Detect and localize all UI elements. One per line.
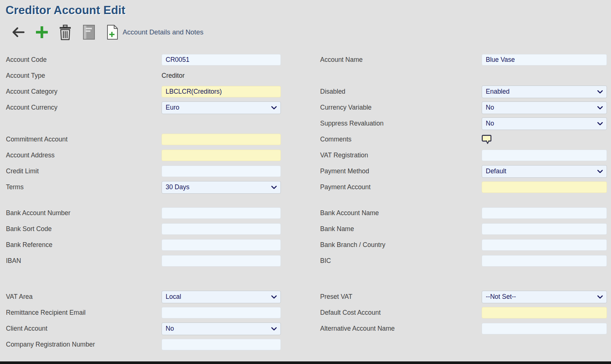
bank-branch-country-label: Bank Branch / Country [281, 241, 482, 249]
iban-label: IBAN [0, 257, 162, 265]
account-category-input[interactable] [162, 86, 281, 97]
currency-variable-select-value: No [486, 104, 494, 111]
account-currency-label: Account Currency [0, 104, 162, 111]
form-row: Account Category Disabled Enabled [0, 84, 611, 100]
default-cost-account-label: Default Cost Account [281, 309, 482, 317]
form-row: Remittance Recipient Email Default Cost … [0, 305, 611, 321]
form-row: Account Code Account Name [0, 52, 611, 68]
terms-select[interactable]: 30 Days [162, 181, 281, 194]
back-arrow-icon [12, 27, 25, 38]
remittance-recipient-email-input[interactable] [162, 307, 281, 318]
company-registration-number-label: Company Registration Number [0, 341, 162, 348]
preset-vat-select-value: --Not Set-- [486, 293, 516, 301]
form-row: Commitment Account Comments [0, 131, 611, 147]
vat-registration-input[interactable] [482, 150, 607, 161]
bank-branch-country-input[interactable] [482, 239, 607, 251]
form-row: Client Account No Alternative Account Na… [0, 321, 611, 337]
form-row: Bank Sort Code Bank Name [0, 221, 611, 237]
add-note-page-icon [106, 24, 119, 40]
bic-input[interactable] [482, 255, 607, 267]
payment-method-select-value: Default [486, 167, 506, 175]
credit-limit-label: Credit Limit [0, 167, 162, 175]
comments-label: Comments [281, 136, 482, 143]
remittance-recipient-email-label: Remittance Recipient Email [0, 309, 162, 317]
bank-sort-code-label: Bank Sort Code [0, 225, 162, 233]
chevron-down-icon [271, 295, 277, 298]
payment-method-select[interactable]: Default [482, 165, 607, 178]
client-account-select-value: No [166, 325, 174, 333]
form-row: Account Currency Euro Currency Variable … [0, 100, 611, 116]
chevron-down-icon [271, 327, 277, 330]
account-details-notes-label: Account Details and Notes [123, 28, 203, 36]
bank-reference-input[interactable] [162, 239, 281, 251]
bank-sort-code-input[interactable] [162, 223, 281, 235]
form-row: Bank Account Number Bank Account Name [0, 205, 611, 221]
chevron-down-icon [597, 295, 603, 298]
vat-registration-label: VAT Registration [281, 151, 482, 159]
add-plus-icon [35, 26, 49, 39]
client-account-select[interactable]: No [162, 323, 281, 335]
delete-button[interactable] [59, 24, 72, 40]
bottom-edge-bar [0, 361, 611, 364]
add-button[interactable] [35, 26, 49, 39]
bank-account-name-input[interactable] [482, 207, 607, 219]
account-details-notes-button[interactable]: Account Details and Notes [106, 24, 203, 40]
payment-method-label: Payment Method [281, 167, 482, 175]
report-document-icon [82, 24, 96, 40]
account-code-input[interactable] [162, 54, 281, 66]
disabled-label: Disabled [281, 88, 482, 96]
chevron-down-icon [597, 90, 603, 93]
suppress-revaluation-select[interactable]: No [482, 117, 607, 130]
commitment-account-input[interactable] [162, 134, 281, 145]
bank-name-input[interactable] [482, 223, 607, 235]
alternative-account-name-input[interactable] [482, 323, 607, 334]
form-row: Account Type Creditor [0, 68, 611, 84]
currency-variable-label: Currency Variable [281, 104, 482, 111]
vat-area-select[interactable]: Local [162, 291, 281, 303]
report-button[interactable] [82, 24, 96, 40]
account-address-label: Account Address [0, 151, 162, 159]
vat-area-select-value: Local [166, 293, 181, 301]
chevron-down-icon [597, 106, 603, 109]
form-row: VAT Area Local Preset VAT --Not Set-- [0, 289, 611, 305]
default-cost-account-input[interactable] [482, 307, 607, 318]
payment-account-label: Payment Account [281, 183, 482, 191]
account-type-value: Creditor [162, 72, 185, 79]
vat-area-label: VAT Area [0, 293, 162, 301]
terms-select-value: 30 Days [166, 183, 189, 191]
section-spacer [0, 195, 611, 205]
chevron-down-icon [597, 170, 603, 173]
alternative-account-name-label: Alternative Account Name [281, 325, 482, 333]
commitment-account-label: Commitment Account [0, 136, 162, 143]
client-account-label: Client Account [0, 325, 162, 333]
form-row: Account Address VAT Registration [0, 147, 611, 163]
preset-vat-select[interactable]: --Not Set-- [482, 291, 607, 303]
back-button[interactable] [12, 27, 25, 38]
speech-bubble-icon [482, 135, 492, 144]
account-currency-select[interactable]: Euro [162, 101, 281, 114]
form-row: Company Registration Number [0, 337, 611, 353]
disabled-select-value: Enabled [486, 88, 509, 96]
account-name-input[interactable] [482, 54, 607, 66]
payment-account-input[interactable] [482, 181, 607, 193]
bank-account-number-input[interactable] [162, 207, 281, 219]
chevron-down-icon [271, 106, 277, 109]
disabled-select[interactable]: Enabled [482, 86, 607, 98]
toolbar: Account Details and Notes [12, 23, 611, 41]
currency-variable-select[interactable]: No [482, 101, 607, 114]
credit-limit-input[interactable] [162, 166, 281, 177]
iban-input[interactable] [162, 255, 281, 267]
company-registration-number-input[interactable] [162, 339, 281, 350]
account-currency-select-value: Euro [166, 104, 179, 111]
section-spacer [0, 269, 611, 289]
account-type-label: Account Type [0, 72, 162, 80]
bank-name-label: Bank Name [281, 225, 482, 233]
suppress-revaluation-select-value: No [486, 120, 494, 127]
chevron-down-icon [597, 122, 603, 125]
form-row: Terms 30 Days Payment Account [0, 179, 611, 195]
account-address-input[interactable] [162, 150, 281, 161]
chevron-down-icon [271, 186, 277, 189]
form-row: Suppress Revaluation No [0, 116, 611, 131]
suppress-revaluation-label: Suppress Revaluation [281, 120, 482, 127]
comments-button[interactable] [482, 135, 607, 144]
